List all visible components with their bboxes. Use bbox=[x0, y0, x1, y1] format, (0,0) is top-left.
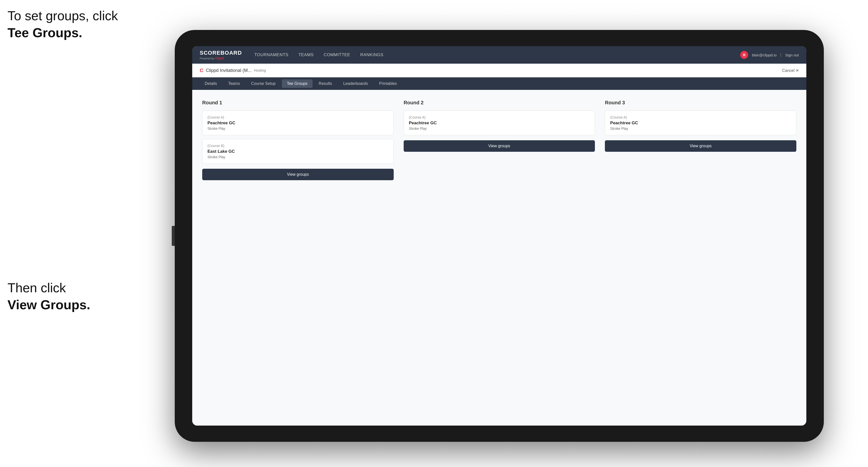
event-name-area: C Clippd Invitational (M... Hosting bbox=[200, 68, 266, 73]
user-email: blair@clippd.io bbox=[752, 53, 777, 57]
round-3-course-a-card: (Course A) Peachtree GC Stroke Play bbox=[605, 111, 796, 135]
round-1-course-a-label: (Course A) bbox=[208, 115, 389, 119]
tab-bar: Details Teams Course Setup Tee Groups Re… bbox=[192, 77, 806, 90]
round-3-course-a-play-type: Stroke Play bbox=[610, 127, 791, 130]
round-2-view-groups-button[interactable]: View groups bbox=[404, 140, 595, 152]
round-2-title: Round 2 bbox=[404, 100, 595, 105]
instruction-top-bold: Tee Groups. bbox=[7, 26, 82, 40]
round-3-column: Round 3 (Course A) Peachtree GC Stroke P… bbox=[605, 100, 796, 180]
event-title: Clippd Invitational (M... bbox=[206, 68, 251, 73]
sign-out-link[interactable]: Sign out bbox=[785, 53, 799, 57]
instruction-bottom: Then click View Groups. bbox=[7, 280, 90, 313]
round-1-course-a-name: Peachtree GC bbox=[208, 121, 389, 126]
round-2-course-a-label: (Course A) bbox=[409, 115, 590, 119]
user-avatar: B bbox=[740, 51, 748, 59]
tablet-side-button bbox=[172, 226, 175, 246]
tab-details[interactable]: Details bbox=[200, 80, 222, 88]
round-2-column: Round 2 (Course A) Peachtree GC Stroke P… bbox=[404, 100, 595, 180]
round-1-course-b-label: (Course B) bbox=[208, 144, 389, 148]
tab-results[interactable]: Results bbox=[314, 80, 337, 88]
tab-course-setup[interactable]: Course Setup bbox=[246, 80, 281, 88]
logo-text: SCOREBOARD bbox=[200, 50, 242, 56]
round-3-course-a-label: (Course A) bbox=[610, 115, 791, 119]
tab-printables[interactable]: Printables bbox=[374, 80, 402, 88]
round-1-title: Round 1 bbox=[202, 100, 394, 105]
instruction-top: To set groups, click Tee Groups. bbox=[7, 7, 118, 41]
sub-header: C Clippd Invitational (M... Hosting Canc… bbox=[192, 64, 806, 77]
round-1-course-b-name: East Lake GC bbox=[208, 149, 389, 154]
nav-tournaments[interactable]: TOURNAMENTS bbox=[254, 53, 288, 57]
nav-committee[interactable]: COMMITTEE bbox=[323, 53, 350, 57]
instruction-top-line1: To set groups, click bbox=[7, 8, 118, 23]
nav-teams[interactable]: TEAMS bbox=[298, 53, 314, 57]
logo-area: SCOREBOARD Powered by clippit bbox=[200, 50, 242, 60]
round-3-view-groups-button[interactable]: View groups bbox=[605, 140, 796, 152]
main-content: Round 1 (Course A) Peachtree GC Stroke P… bbox=[192, 90, 806, 426]
nav-links: TOURNAMENTS TEAMS COMMITTEE RANKINGS bbox=[254, 53, 740, 57]
hosting-badge: Hosting bbox=[254, 68, 266, 72]
round-1-course-b-play-type: Stroke Play bbox=[208, 155, 389, 159]
round-1-column: Round 1 (Course A) Peachtree GC Stroke P… bbox=[202, 100, 394, 180]
round-2-course-a-card: (Course A) Peachtree GC Stroke Play bbox=[404, 111, 595, 135]
instruction-bottom-line1: Then click bbox=[7, 281, 66, 295]
tablet-device: SCOREBOARD Powered by clippit TOURNAMENT… bbox=[175, 30, 824, 442]
logo-sub: Powered by clippit bbox=[200, 56, 242, 60]
rounds-grid: Round 1 (Course A) Peachtree GC Stroke P… bbox=[202, 100, 796, 180]
nav-rankings[interactable]: RANKINGS bbox=[360, 53, 383, 57]
tab-teams[interactable]: Teams bbox=[223, 80, 245, 88]
tab-leaderboards[interactable]: Leaderboards bbox=[338, 80, 373, 88]
instruction-bottom-bold: View Groups. bbox=[7, 298, 90, 312]
tablet-screen: SCOREBOARD Powered by clippit TOURNAMENT… bbox=[192, 46, 806, 426]
top-nav: SCOREBOARD Powered by clippit TOURNAMENT… bbox=[192, 46, 806, 64]
round-3-title: Round 3 bbox=[605, 100, 796, 105]
round-1-course-b-card: (Course B) East Lake GC Stroke Play bbox=[202, 139, 394, 164]
round-1-course-a-play-type: Stroke Play bbox=[208, 127, 389, 130]
round-3-course-a-name: Peachtree GC bbox=[610, 121, 791, 126]
tab-tee-groups[interactable]: Tee Groups bbox=[282, 80, 313, 88]
round-1-view-groups-button[interactable]: View groups bbox=[202, 169, 394, 180]
round-2-course-a-name: Peachtree GC bbox=[409, 121, 590, 126]
round-2-course-a-play-type: Stroke Play bbox=[409, 127, 590, 130]
nav-right: B blair@clippd.io | Sign out bbox=[740, 51, 799, 59]
separator: | bbox=[780, 53, 781, 57]
round-1-course-a-card: (Course A) Peachtree GC Stroke Play bbox=[202, 111, 394, 135]
cancel-button[interactable]: Cancel ✕ bbox=[782, 68, 799, 73]
event-c-logo: C bbox=[200, 68, 203, 73]
